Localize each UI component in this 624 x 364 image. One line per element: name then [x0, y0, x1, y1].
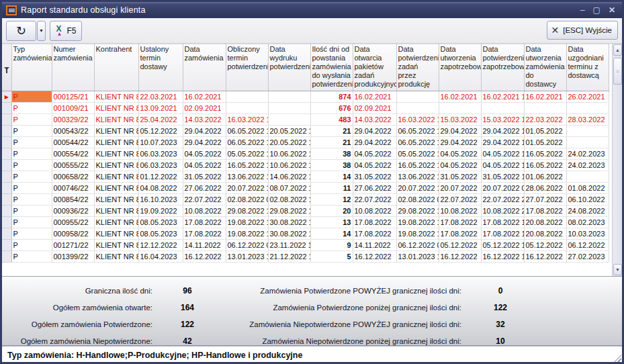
- filter-header-cell[interactable]: [2, 44, 11, 91]
- row-indicator[interactable]: [2, 103, 11, 114]
- table-cell[interactable]: P: [11, 91, 52, 103]
- table-cell[interactable]: 14.03.2022: [353, 114, 396, 126]
- row-indicator[interactable]: [2, 148, 11, 160]
- table-cell[interactable]: KLIENT NR 8: [94, 160, 138, 171]
- refresh-button[interactable]: ↻: [6, 21, 36, 41]
- row-indicator[interactable]: [2, 114, 11, 126]
- table-cell[interactable]: 27.06.2022: [183, 183, 226, 194]
- table-cell[interactable]: 04.05.2022: [439, 148, 481, 160]
- table-cell[interactable]: 16.12.2022 1: [481, 251, 524, 263]
- table-row[interactable]: P000329/22KLIENT NR 825.04.202214.03.202…: [2, 114, 609, 126]
- table-cell[interactable]: 02.08.2022 1: [268, 194, 310, 206]
- table-cell[interactable]: KLIENT NR 8: [94, 114, 138, 126]
- table-cell[interactable]: 25.04.2022: [138, 114, 183, 126]
- table-cell[interactable]: KLIENT NR 8: [94, 251, 138, 263]
- table-cell[interactable]: 14: [310, 171, 353, 183]
- table-cell[interactable]: 05.12.2022: [439, 240, 481, 251]
- table-cell[interactable]: KLIENT NR 8: [94, 103, 138, 114]
- table-cell[interactable]: 16.02.2021: [524, 91, 566, 103]
- table-cell[interactable]: 13.06.2022 1: [226, 171, 268, 183]
- filter-icon[interactable]: [4, 67, 9, 70]
- table-cell[interactable]: 31.05.2022: [439, 171, 481, 183]
- table-cell[interactable]: 05.05.2022 1: [226, 148, 268, 160]
- table-cell[interactable]: 10.08.2022 2: [481, 206, 524, 217]
- table-cell[interactable]: 000554/22: [52, 148, 94, 160]
- table-cell[interactable]: 20.05.2022 1: [268, 137, 310, 148]
- table-cell[interactable]: KLIENT NR 8: [94, 240, 138, 251]
- table-cell[interactable]: 26.02.2021: [566, 91, 609, 103]
- table-cell[interactable]: 05.05.2022 1: [396, 148, 439, 160]
- table-cell[interactable]: 06.12.2022: [566, 240, 609, 251]
- refresh-dropdown-button[interactable]: ▼: [37, 21, 46, 41]
- table-cell[interactable]: 000746/22: [52, 183, 94, 194]
- export-excel-button[interactable]: X▲ F5: [50, 21, 82, 41]
- scroll-up-icon[interactable]: ▲: [613, 44, 622, 56]
- table-cell[interactable]: 17.08.2022: [353, 217, 396, 228]
- table-row[interactable]: P000543/22KLIENT NR 805.12.202229.04.202…: [2, 126, 609, 137]
- column-header[interactable]: Typ zamówienia: [11, 44, 52, 91]
- table-cell[interactable]: [566, 103, 609, 114]
- table-cell[interactable]: P: [11, 240, 52, 251]
- row-indicator[interactable]: [2, 183, 11, 194]
- table-row[interactable]: ▶P000125/21KLIENT NR 822.03.202116.02.20…: [2, 91, 609, 103]
- vertical-scrollbar[interactable]: ▲ = ▼: [612, 44, 622, 276]
- table-cell[interactable]: 20: [310, 206, 353, 217]
- table-cell[interactable]: 27.02.2023: [566, 251, 609, 263]
- table-cell[interactable]: [481, 103, 524, 114]
- table-cell[interactable]: 17.08.2022: [183, 217, 226, 228]
- table-cell[interactable]: 38: [310, 148, 353, 160]
- table-cell[interactable]: 27.06.2022: [353, 183, 396, 194]
- column-header[interactable]: Data utworzenia zamówienia do dostawcy: [524, 44, 566, 91]
- table-cell[interactable]: 16.05.2022 1: [396, 160, 439, 171]
- table-cell[interactable]: 16.05.2022: [524, 160, 566, 171]
- table-cell[interactable]: 12: [310, 194, 353, 206]
- table-cell[interactable]: 22.07.2022: [439, 194, 481, 206]
- table-cell[interactable]: 05.12.2022 1: [481, 240, 524, 251]
- row-indicator[interactable]: ▶: [2, 91, 11, 103]
- table-cell[interactable]: 29.04.2022 1: [481, 137, 524, 148]
- table-cell[interactable]: 04.05.2022 1: [481, 160, 524, 171]
- table-cell[interactable]: KLIENT NR 8: [94, 91, 138, 103]
- table-cell[interactable]: 24.08.2022: [566, 206, 609, 217]
- table-cell[interactable]: 29.04.2022: [353, 126, 396, 137]
- table-cell[interactable]: 29.04.2022: [183, 137, 226, 148]
- table-cell[interactable]: 16.02.2021: [439, 91, 481, 103]
- table-cell[interactable]: 29.08.2022 1: [268, 206, 310, 217]
- table-cell[interactable]: 02.09.2021: [353, 103, 396, 114]
- table-cell[interactable]: 16.05.2022 1: [226, 160, 268, 171]
- table-cell[interactable]: 06.03.2023: [138, 148, 183, 160]
- table-cell[interactable]: 08.07.2022 1: [268, 183, 310, 194]
- table-cell[interactable]: 12.12.2022: [138, 240, 183, 251]
- column-header[interactable]: Data otwarcia pakietów zadań produkcyjny…: [353, 44, 396, 91]
- table-cell[interactable]: 000543/22: [52, 126, 94, 137]
- table-cell[interactable]: 24.02.2023: [566, 160, 609, 171]
- table-cell[interactable]: 20.08.2022: [524, 217, 566, 228]
- row-indicator[interactable]: [2, 228, 11, 240]
- table-cell[interactable]: 27.07.2022: [524, 194, 566, 206]
- table-cell[interactable]: 13.06.2022 1: [396, 171, 439, 183]
- table-cell[interactable]: 16.12.2022: [183, 251, 226, 263]
- table-row[interactable]: P000555/22KLIENT NR 806.03.202304.05.202…: [2, 160, 609, 171]
- table-cell[interactable]: 16.03.2022 1: [396, 114, 439, 126]
- table-cell[interactable]: 29.08.2022 1: [226, 206, 268, 217]
- table-cell[interactable]: KLIENT NR 8: [94, 148, 138, 160]
- table-cell[interactable]: P: [11, 126, 52, 137]
- table-cell[interactable]: 31.05.2022 1: [481, 171, 524, 183]
- table-cell[interactable]: 01.08.2022: [566, 183, 609, 194]
- table-cell[interactable]: 06.05.2022 1: [226, 126, 268, 137]
- table-cell[interactable]: 16.04.2023: [138, 251, 183, 263]
- close-icon[interactable]: ✕: [609, 6, 615, 14]
- row-indicator[interactable]: [2, 171, 11, 183]
- table-cell[interactable]: 16.02.2021 1: [481, 91, 524, 103]
- table-cell[interactable]: 06.05.2022 1: [396, 126, 439, 137]
- table-cell[interactable]: 10.08.2022: [353, 206, 396, 217]
- table-cell[interactable]: 11: [310, 183, 353, 194]
- table-cell[interactable]: 29.04.2022: [439, 126, 481, 137]
- table-row[interactable]: P000936/22KLIENT NR 819.09.202210.08.202…: [2, 206, 609, 217]
- table-cell[interactable]: [566, 171, 609, 183]
- table-cell[interactable]: 874: [310, 91, 353, 103]
- table-cell[interactable]: 17.08.2022: [439, 217, 481, 228]
- table-cell[interactable]: [268, 91, 310, 103]
- table-cell[interactable]: 29.04.2022 1: [481, 126, 524, 137]
- table-row[interactable]: P000554/22KLIENT NR 806.03.202304.05.202…: [2, 148, 609, 160]
